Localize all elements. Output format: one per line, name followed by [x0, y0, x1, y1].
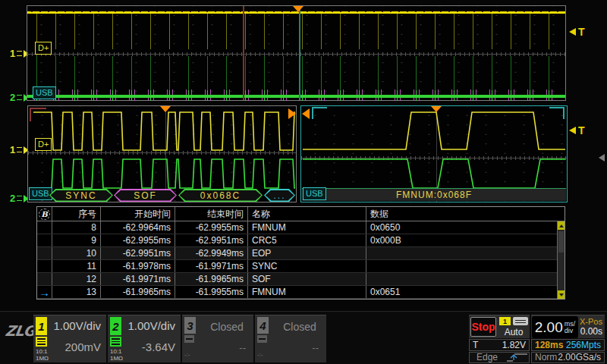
channel3-offset: -- — [239, 342, 246, 353]
channel1-offset: 200mV — [64, 340, 101, 353]
channel2-panel[interactable]: 2 10:11MΩ 1.00V/div -3.64V — [108, 315, 181, 362]
ch2-trace-zoom — [33, 159, 295, 188]
channel4-state: Closed — [273, 321, 326, 333]
trigger-mode[interactable]: Auto — [498, 327, 530, 337]
ch1-signal-label: D+ — [35, 138, 52, 151]
left-arrow-icon — [569, 28, 576, 36]
trigger-level-label: T — [470, 340, 478, 350]
channel1-probe-info: 10:11MΩ — [36, 348, 49, 362]
bus-type-label: USB — [29, 187, 52, 200]
bus-icon-cell: B — [37, 207, 52, 221]
table-row[interactable]: 10 -62.9951ms -62.9949ms EOP — [37, 247, 565, 260]
table-header-row: B 序号 开始时间 结束时间 名称 数据 — [37, 207, 565, 221]
table-scrollbar[interactable] — [557, 221, 565, 299]
ground-icon — [17, 51, 22, 56]
trigger-position-icon[interactable] — [431, 106, 442, 112]
col-header-index: 序号 — [52, 207, 101, 221]
coupling-off-icon — [184, 335, 194, 343]
record-time: 128ms — [532, 340, 563, 350]
zoom-window-left[interactable]: D+ USB SYNC SOF 0x068C ... — [27, 105, 297, 202]
trigger-position-icon[interactable] — [160, 106, 171, 112]
col-header-name: 名称 — [248, 207, 366, 221]
decode-field-text: SYNC — [51, 190, 112, 201]
table-row[interactable]: 12 -61.9971ms -61.9965ms SOF — [37, 273, 565, 286]
channel1-badge: 1 — [36, 317, 47, 335]
selected-row-arrow-icon: → — [39, 287, 50, 298]
channel3-state: Closed — [200, 321, 253, 333]
ch1-signal-label: D+ — [35, 42, 52, 55]
dc-coupling-icon — [36, 337, 47, 347]
channel2-probe-info: 10:11MΩ — [110, 348, 123, 362]
pan-left-arrow-icon[interactable] — [302, 108, 310, 119]
timebase-panel: 2.00 ms/div X-Pos 0.00s — [531, 315, 605, 338]
down-arrow-icon — [559, 293, 564, 297]
channel4-badge: 4 — [257, 317, 269, 334]
decode-field-more: ... — [264, 189, 295, 202]
decode-field-text: 0x068C — [180, 190, 262, 201]
scroll-hint-icon[interactable] — [599, 154, 605, 162]
sample-rate: 2.00GSa/s — [558, 353, 604, 362]
table-row[interactable]: 9 -62.9955ms -62.9951ms CRC5 0x000B — [37, 234, 565, 247]
bus-type-label: USB — [33, 86, 56, 99]
zoom-region-line-right[interactable] — [299, 6, 300, 100]
decode-field-frame-number: 0x068C — [178, 189, 263, 202]
decode-bar: FMNUM:0x068F — [302, 188, 566, 201]
acquisition-row: Norm 2.00GSa/s — [531, 352, 605, 363]
ch1-number: 1 — [10, 144, 15, 155]
main-waveform-window: D+ USB — [27, 5, 566, 101]
trigger-source-badge[interactable]: 1 — [499, 317, 511, 325]
zoom-region-line-left[interactable] — [243, 6, 244, 100]
trigger-coupling-icon[interactable] — [513, 317, 528, 325]
zoom-left-waveforms — [28, 106, 296, 202]
run-stop-state[interactable]: Stop — [470, 317, 496, 337]
trigger-level-marker-zoom[interactable]: T — [569, 124, 585, 136]
channel3-panel[interactable]: 3 -:- Closed -- — [182, 315, 253, 362]
scroll-down-button[interactable] — [558, 290, 565, 299]
channel3-probe-info: -:- — [184, 351, 190, 358]
channel4-panel[interactable]: 4 -:- Closed -- — [255, 315, 326, 362]
status-bar: ZLG® 1 10:11MΩ 1.00V/div 200mV 2 10:11MΩ… — [0, 311, 607, 364]
ch1-trace-zoom — [33, 112, 295, 150]
table-row[interactable]: 8 -62.9964ms -62.9955ms FMNUM 0x0650 — [37, 221, 565, 234]
timebase-scale-box[interactable]: 2.00 ms/div — [532, 316, 578, 338]
channel4-probe-info: -:- — [257, 351, 263, 358]
xpos-value: 0.00s — [580, 327, 602, 337]
pan-right-arrow-icon[interactable] — [288, 108, 296, 119]
decode-field-text: SOF — [115, 190, 176, 201]
dc-coupling-icon — [110, 337, 121, 347]
table-row[interactable]: 11 -61.9978ms -61.9971ms SYNC — [37, 260, 565, 273]
scroll-up-button[interactable] — [558, 221, 565, 230]
ch2-number: 2 — [10, 193, 15, 204]
trigger-type-row[interactable]: Edge — [469, 352, 530, 363]
trigger-level-marker-main[interactable]: T — [569, 26, 585, 38]
ch1-position-marker-zoom[interactable]: 1 — [10, 144, 29, 155]
decode-field-sync: SYNC — [49, 189, 113, 202]
trigger-type-label: Edge — [470, 353, 498, 362]
horizontal-position[interactable]: X-Pos 0.00s — [580, 317, 602, 337]
table-row-selected[interactable]: → 13 -61.9965ms -61.9955ms FMNUM 0x0651 — [37, 286, 565, 299]
col-header-start-time: 开始时间 — [101, 207, 175, 221]
zoom-window-right[interactable]: FMNUM:0x068F USB — [300, 105, 568, 202]
decode-event-table: B 序号 开始时间 结束时间 名称 数据 8 -62.9964ms -62.99… — [36, 206, 565, 300]
ch2-position-marker-zoom[interactable]: 2 — [10, 193, 29, 204]
ch2-baseline — [27, 95, 565, 98]
ground-icon — [17, 95, 22, 100]
col-header-end-time: 结束时间 — [175, 207, 248, 221]
acquisition-mode: Norm — [532, 353, 557, 362]
bus-b-icon[interactable]: B — [39, 209, 50, 220]
trigger-level-row[interactable]: T 1.82V — [469, 339, 530, 351]
trigger-letter: T — [578, 26, 585, 38]
channel1-panel[interactable]: 1 10:11MΩ 1.00V/div 200mV — [33, 315, 106, 362]
ch1-trace-zoom — [303, 112, 565, 149]
channel3-badge: 3 — [184, 317, 196, 334]
channel4-offset: -- — [312, 342, 319, 353]
oscilloscope-screen: 1 2 1 2 D+ USB — [0, 0, 607, 364]
timebase-value: 2.00 — [535, 319, 563, 336]
record-info-row: 128ms 256Mpts — [531, 339, 605, 351]
ch1-trace-main — [27, 13, 565, 49]
ground-icon — [17, 147, 22, 152]
scrollbar-thumb[interactable] — [558, 231, 564, 253]
up-arrow-icon — [559, 224, 564, 228]
decode-field-text: ... — [266, 190, 294, 201]
trigger-position-icon[interactable] — [293, 6, 304, 12]
